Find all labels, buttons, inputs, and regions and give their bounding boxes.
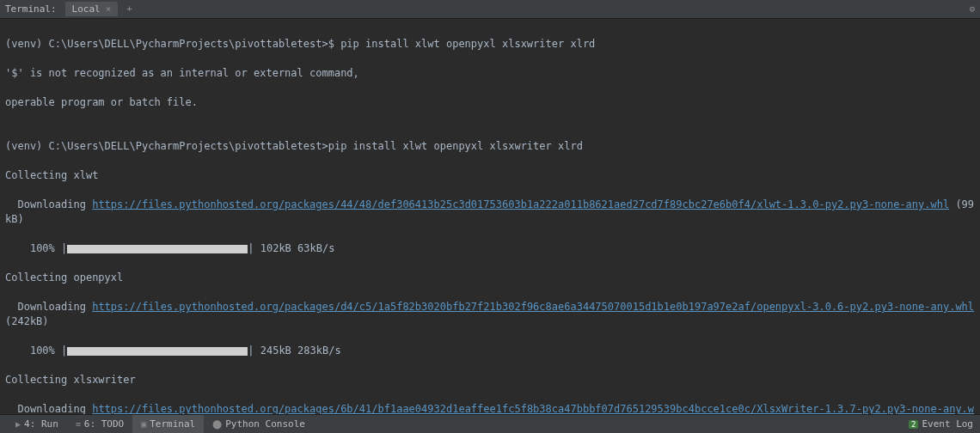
error-line: operable program or batch file.: [5, 95, 975, 110]
download-line: Downloading https://files.pythonhosted.o…: [5, 300, 975, 329]
todo-tab[interactable]: ≡6: TODO: [67, 415, 132, 433]
collecting-line: Collecting openpyxl: [5, 271, 975, 285]
progress-line: 100% || 102kB 63kB/s: [5, 241, 975, 256]
terminal-tab[interactable]: ▣Terminal: [132, 415, 204, 433]
python-console-tab[interactable]: ⬤Python Console: [204, 415, 314, 433]
terminal-tab-local[interactable]: Local ×: [65, 2, 119, 16]
prompt-line: (venv) C:\Users\DELL\PycharmProjects\piv…: [5, 37, 975, 52]
terminal-label: Terminal:: [5, 3, 57, 15]
progress-bar: [67, 245, 248, 253]
close-icon[interactable]: ×: [106, 3, 112, 15]
python-icon: ⬤: [212, 419, 222, 429]
bottom-bar: ▶4: Run ≡6: TODO ▣Terminal ⬤Python Conso…: [0, 414, 980, 433]
error-line: '$' is not recognized as an internal or …: [5, 66, 975, 81]
download-line: Downloading https://files.pythonhosted.o…: [5, 198, 975, 227]
terminal-icon: ▣: [141, 419, 146, 429]
collecting-line: Collecting xlsxwriter: [5, 373, 975, 387]
download-line: Downloading https://files.pythonhosted.o…: [5, 402, 975, 414]
run-tab[interactable]: ▶4: Run: [7, 415, 67, 433]
top-bar: Terminal: Local × + ⚙: [0, 0, 980, 19]
event-badge: 2: [909, 420, 918, 429]
download-url[interactable]: https://files.pythonhosted.org/packages/…: [92, 301, 974, 313]
download-url[interactable]: https://files.pythonhosted.org/packages/…: [5, 403, 974, 414]
todo-icon: ≡: [76, 419, 81, 429]
run-icon: ▶: [15, 419, 21, 429]
prompt-line: (venv) C:\Users\DELL\PycharmProjects\piv…: [5, 139, 975, 154]
progress-line: 100% || 245kB 283kB/s: [5, 344, 975, 358]
tab-name: Local: [72, 3, 101, 15]
add-tab-button[interactable]: +: [121, 3, 138, 15]
terminal-output[interactable]: (venv) C:\Users\DELL\PycharmProjects\piv…: [0, 19, 980, 414]
gear-icon[interactable]: ⚙: [969, 3, 975, 15]
download-url[interactable]: https://files.pythonhosted.org/packages/…: [92, 198, 949, 210]
event-log-button[interactable]: 2 Event Log: [909, 418, 973, 430]
collecting-line: Collecting xlwt: [5, 168, 975, 183]
progress-bar: [67, 347, 248, 356]
